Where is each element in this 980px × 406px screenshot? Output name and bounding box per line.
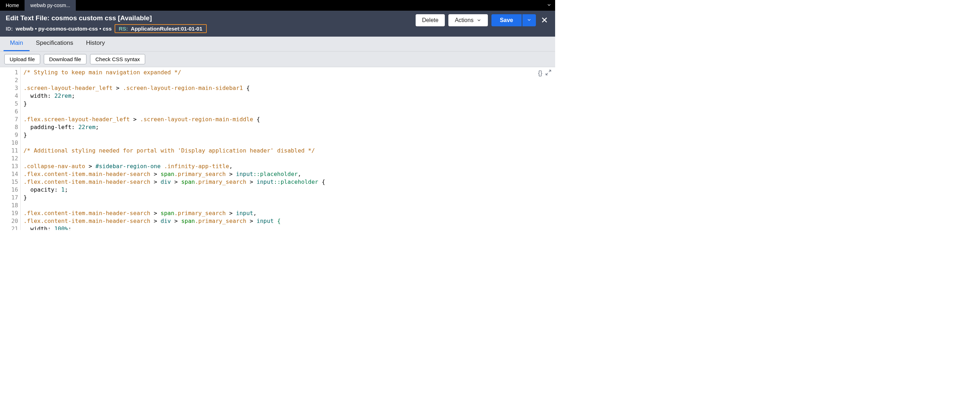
title-prefix: Edit Text File:: [6, 14, 51, 22]
svg-line-1: [546, 73, 548, 75]
expand-icon[interactable]: [545, 69, 552, 78]
ruleset-badge[interactable]: RS: ApplicationRuleset:01-01-01: [115, 24, 207, 33]
tabs-overflow-chevron[interactable]: [547, 3, 552, 8]
header-actions: Delete Actions Save ✕: [416, 14, 549, 26]
save-button[interactable]: Save: [492, 14, 522, 26]
line-number-gutter: 123456789101112131415161718192021222324: [0, 67, 21, 230]
code-editor[interactable]: {} 1234567891011121314151617181920212223…: [0, 67, 555, 230]
actions-label: Actions: [455, 17, 473, 24]
delete-button[interactable]: Delete: [416, 14, 445, 26]
id-row: ID: webwb • py-cosmos-custom-css • css R…: [6, 24, 207, 33]
close-icon[interactable]: ✕: [539, 15, 549, 25]
rs-value: ApplicationRuleset:01-01-01: [131, 25, 202, 32]
rule-header: Edit Text File: cosmos custom css [Avail…: [0, 11, 555, 36]
actions-button[interactable]: Actions: [449, 14, 487, 26]
editor-toolbar: Upload file Download file Check CSS synt…: [0, 52, 555, 67]
id-value: webwb • py-cosmos-custom-css • css: [16, 25, 112, 32]
download-file-button[interactable]: Download file: [44, 54, 86, 64]
tab-current-file[interactable]: webwb py-cosm...: [25, 0, 76, 11]
rs-label: RS:: [119, 25, 128, 32]
save-dropdown-button[interactable]: [522, 14, 536, 26]
page-title: Edit Text File: cosmos custom css [Avail…: [6, 14, 207, 22]
id-label: ID:: [6, 25, 13, 32]
editor-corner-icons: {}: [538, 69, 552, 78]
chevron-down-icon: [476, 18, 482, 23]
chevron-down-icon: [527, 17, 531, 22]
title-name: cosmos custom css: [51, 14, 118, 22]
rule-subtabs: Main Specifications History: [0, 36, 555, 52]
subtab-main[interactable]: Main: [3, 36, 30, 51]
braces-icon[interactable]: {}: [538, 69, 542, 78]
code-area[interactable]: /* Styling to keep main navigation expan…: [21, 67, 555, 230]
upload-file-button[interactable]: Upload file: [4, 54, 40, 64]
svg-line-0: [549, 70, 551, 72]
save-button-group: Save: [492, 14, 536, 26]
subtab-history[interactable]: History: [80, 36, 111, 51]
tab-home[interactable]: Home: [0, 0, 25, 11]
subtab-specifications[interactable]: Specifications: [30, 36, 80, 51]
title-status: [Available]: [118, 14, 151, 22]
top-tab-bar: Home webwb py-cosm...: [0, 0, 555, 11]
check-css-syntax-button[interactable]: Check CSS syntax: [90, 54, 145, 64]
